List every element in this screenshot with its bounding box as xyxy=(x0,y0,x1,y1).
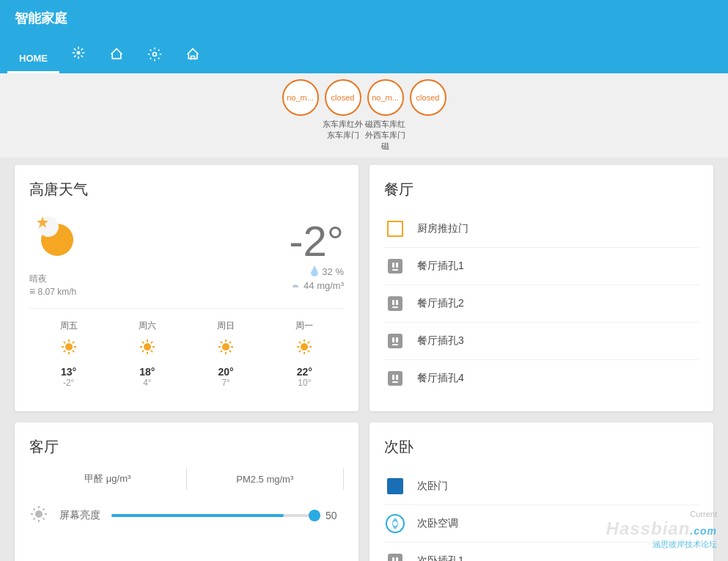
svg-line-37 xyxy=(299,342,301,343)
brightness-slider-container[interactable] xyxy=(111,514,315,517)
formaldehyde-sensor: 甲醛 μg/m³ xyxy=(29,472,186,485)
weather-left: 晴夜 ≡ 8.07 km/h xyxy=(29,210,81,297)
bedroom-door-label: 次卧门 xyxy=(417,480,448,493)
device-dining-plug2[interactable]: 餐厅插孔2 xyxy=(384,285,699,323)
bedroom-plug1-label: 次卧插孔1 xyxy=(417,554,464,561)
watermark-brand: Hassbian.com xyxy=(606,518,717,539)
forecast-day-3: 周一 22° 10° xyxy=(295,320,313,388)
svg-rect-51 xyxy=(396,337,398,342)
forecast-day-2: 周日 20° 7° xyxy=(217,320,235,388)
svg-rect-54 xyxy=(392,375,394,380)
nav-home[interactable]: HOME xyxy=(7,45,59,73)
weather-description: 晴夜 xyxy=(29,273,76,285)
sensor-divider-2 xyxy=(343,468,344,490)
forecast-icon-2 xyxy=(217,338,235,360)
weather-main: 晴夜 ≡ 8.07 km/h -2° 32 % 44 mg/m³ xyxy=(29,210,344,297)
svg-line-29 xyxy=(229,351,231,352)
brightness-row: 屏幕亮度 50 xyxy=(29,505,344,527)
device-dining-plug1[interactable]: 餐厅插孔1 xyxy=(384,248,699,285)
forecast-icon-1 xyxy=(139,338,156,360)
svg-line-62 xyxy=(34,509,35,510)
svg-line-11 xyxy=(73,351,74,352)
status-circles: no_m... closed no_m... closed xyxy=(282,79,446,116)
main-content: 高唐天气 晴夜 ≡ 8.07 km/h xyxy=(0,158,728,561)
device-bedroom-door[interactable]: 次卧门 xyxy=(384,468,699,505)
svg-line-20 xyxy=(151,351,152,352)
svg-rect-42 xyxy=(392,263,394,268)
dining-plug3-icon xyxy=(384,330,406,352)
status-circle-1[interactable]: closed xyxy=(325,79,361,116)
device-dining-plug3[interactable]: 餐厅插孔3 xyxy=(384,323,699,360)
svg-rect-53 xyxy=(388,371,402,386)
svg-point-14 xyxy=(144,343,151,351)
forecast-icon-0 xyxy=(60,338,78,360)
svg-rect-48 xyxy=(392,307,398,308)
kitchen-door-icon xyxy=(384,218,406,240)
watermark-sub: 涵思彼岸技术论坛 xyxy=(606,539,717,550)
bedroom-plug1-icon xyxy=(384,550,406,561)
status-text-0: no_m... xyxy=(287,93,314,102)
svg-point-32 xyxy=(301,343,308,351)
home-label: HOME xyxy=(19,53,48,64)
brightness-fill xyxy=(111,514,284,517)
device-dining-plug4[interactable]: 餐厅插孔4 xyxy=(384,360,699,397)
svg-line-22 xyxy=(151,342,152,343)
svg-line-19 xyxy=(142,342,144,343)
svg-point-0 xyxy=(77,51,81,55)
brightness-value: 50 xyxy=(326,510,344,521)
weather-aqi: 44 mg/m³ xyxy=(289,280,344,291)
pm25-sensor: PM2.5 mg/m³ xyxy=(187,474,344,485)
svg-rect-41 xyxy=(388,259,402,274)
svg-point-1 xyxy=(153,53,157,56)
nav-settings[interactable] xyxy=(136,40,174,73)
status-labels: 东车库红外东车库门 磁西车库红外西车库门磁 xyxy=(322,119,407,152)
dining-plug4-label: 餐厅插孔4 xyxy=(417,372,464,385)
svg-rect-68 xyxy=(388,554,402,561)
outdoor-icon xyxy=(185,47,200,64)
svg-rect-44 xyxy=(392,269,398,271)
dining-room-devices: 厨房推拉门 餐厅插孔1 xyxy=(384,210,699,397)
svg-point-23 xyxy=(222,343,229,351)
svg-line-30 xyxy=(221,351,222,352)
bedroom-ac-icon xyxy=(384,513,406,535)
status-circle-2[interactable]: no_m... xyxy=(367,79,404,116)
rooms-icon xyxy=(109,47,124,64)
app-header: 智能家庭 xyxy=(0,0,728,37)
svg-line-40 xyxy=(308,342,309,343)
status-circle-0[interactable]: no_m... xyxy=(282,79,319,116)
svg-line-39 xyxy=(299,351,301,352)
svg-rect-56 xyxy=(392,381,398,383)
svg-rect-70 xyxy=(396,557,398,561)
svg-line-31 xyxy=(229,342,231,343)
nav-rooms[interactable] xyxy=(98,40,136,73)
device-kitchen-door[interactable]: 厨房推拉门 xyxy=(384,210,699,248)
svg-point-57 xyxy=(35,510,43,518)
svg-line-28 xyxy=(221,342,222,343)
settings-icon xyxy=(147,47,162,64)
weather-info-right: -2° 32 % 44 mg/m³ xyxy=(289,216,344,291)
nav-outdoor[interactable] xyxy=(174,40,212,73)
watermark: Current Hassbian.com 涵思彼岸技术论坛 xyxy=(606,510,717,550)
dining-plug4-icon xyxy=(384,367,406,389)
status-circle-3[interactable]: closed xyxy=(410,79,446,116)
svg-line-63 xyxy=(43,518,44,519)
svg-line-13 xyxy=(73,342,74,343)
svg-rect-43 xyxy=(396,263,398,268)
dining-room-card: 餐厅 厨房推拉门 餐厅插孔1 xyxy=(369,165,713,411)
svg-line-21 xyxy=(142,351,144,352)
svg-rect-46 xyxy=(392,300,394,305)
dining-plug3-label: 餐厅插孔3 xyxy=(417,334,464,348)
forecast-day-0: 周五 13° -2° xyxy=(60,320,78,388)
weather-wind: ≡ 8.07 km/h xyxy=(29,285,76,297)
status-text-2: no_m... xyxy=(372,93,399,102)
brightness-icon xyxy=(29,505,48,527)
status-label-0: 东车库红外东车库门 xyxy=(322,119,364,152)
svg-line-38 xyxy=(308,351,309,352)
weather-card: 高唐天气 晴夜 ≡ 8.07 km/h xyxy=(15,165,359,411)
svg-line-65 xyxy=(43,509,44,510)
svg-rect-50 xyxy=(392,337,394,342)
secondary-bedroom-title: 次卧 xyxy=(384,437,699,457)
room-sensors: 甲醛 μg/m³ PM2.5 mg/m³ xyxy=(29,468,344,490)
status-text-3: closed xyxy=(416,93,440,102)
nav-ac[interactable] xyxy=(59,38,98,73)
